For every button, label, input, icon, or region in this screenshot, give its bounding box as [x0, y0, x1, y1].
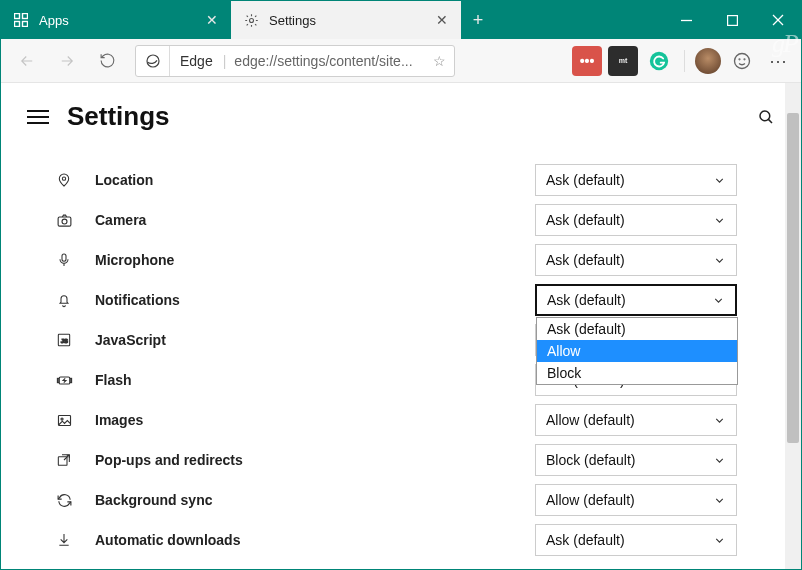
microphone-icon [55, 251, 73, 269]
permission-value: Ask (default) [547, 292, 712, 308]
dropdown-option[interactable]: Block [537, 362, 737, 384]
permission-label: Images [95, 412, 143, 428]
svg-point-26 [60, 418, 62, 420]
permission-select[interactable]: Block (default) [535, 444, 737, 476]
svg-text:JS: JS [61, 338, 68, 344]
chevron-down-icon [713, 534, 726, 547]
permission-label: Microphone [95, 252, 174, 268]
chevron-down-icon [713, 254, 726, 267]
sync-icon [55, 491, 73, 509]
favorite-icon[interactable]: ☆ [424, 53, 454, 69]
extension-mailtrack-icon[interactable]: mt [608, 46, 638, 76]
content-area: Settings LocationAsk (default)CameraAsk … [1, 83, 801, 569]
minimize-button[interactable] [663, 1, 709, 39]
permission-value: Ask (default) [546, 172, 713, 188]
dropdown-option[interactable]: Allow [537, 340, 737, 362]
permission-value: Allow (default) [546, 492, 713, 508]
download-icon [55, 531, 73, 549]
browser-window: gP Apps ✕ Settings ✕ + [0, 0, 802, 570]
permission-label: Pop-ups and redirects [95, 452, 243, 468]
svg-rect-17 [58, 216, 71, 225]
svg-rect-1 [23, 14, 28, 19]
permission-row: CameraAsk (default) [55, 200, 737, 240]
gear-icon [243, 12, 259, 28]
permission-row: ImagesAllow (default) [55, 400, 737, 440]
apps-icon [13, 12, 29, 28]
permission-select[interactable]: Allow (default) [535, 484, 737, 516]
permission-row: NotificationsAsk (default)Ask (default)A… [55, 280, 737, 320]
permission-value: Ask (default) [546, 252, 713, 268]
images-icon [55, 411, 73, 429]
scrollbar-rail[interactable] [785, 83, 801, 569]
settings-page: Settings LocationAsk (default)CameraAsk … [1, 83, 801, 569]
permission-row: Pop-ups and redirectsBlock (default) [55, 440, 737, 480]
svg-rect-3 [23, 22, 28, 27]
separator [684, 50, 685, 72]
dropdown-option[interactable]: Ask (default) [537, 318, 737, 340]
permission-select[interactable]: Ask (default) [535, 244, 737, 276]
svg-point-14 [760, 111, 770, 121]
extensions-group: ••• mt ⋯ [572, 46, 793, 76]
address-bar[interactable]: Edge | edge://settings/content/site... ☆ [135, 45, 455, 77]
search-icon[interactable] [757, 108, 775, 126]
permission-select[interactable]: Ask (default) [535, 204, 737, 236]
maximize-button[interactable] [709, 1, 755, 39]
permission-value: Ask (default) [546, 212, 713, 228]
close-window-button[interactable] [755, 1, 801, 39]
back-button[interactable] [9, 43, 45, 79]
location-icon [55, 171, 73, 189]
forward-button[interactable] [49, 43, 85, 79]
permission-select[interactable]: Ask (default)Ask (default)AllowBlock [535, 284, 737, 316]
svg-point-18 [62, 219, 67, 224]
chevron-down-icon [713, 214, 726, 227]
close-icon[interactable]: ✕ [433, 12, 451, 28]
hamburger-icon[interactable] [27, 106, 49, 128]
chevron-down-icon [713, 454, 726, 467]
permission-select[interactable]: Allow (default) [535, 404, 737, 436]
permission-value: Ask (default) [546, 532, 713, 548]
permission-select[interactable]: Ask (default) [535, 524, 737, 556]
page-title: Settings [67, 101, 170, 132]
permission-label: Automatic downloads [95, 532, 240, 548]
svg-point-16 [62, 177, 65, 180]
extension-lastpass-icon[interactable]: ••• [572, 46, 602, 76]
javascript-icon: JS [55, 331, 73, 349]
permission-value: Block (default) [546, 452, 713, 468]
flash-icon [55, 371, 73, 389]
camera-icon [55, 211, 73, 229]
permission-label: JavaScript [95, 332, 166, 348]
popup-icon [55, 451, 73, 469]
scrollbar-thumb[interactable] [787, 113, 799, 443]
tab-apps[interactable]: Apps ✕ [1, 1, 231, 39]
svg-point-12 [739, 58, 740, 59]
page-header: Settings [27, 101, 775, 132]
tab-label: Settings [269, 13, 423, 28]
permission-row: MicrophoneAsk (default) [55, 240, 737, 280]
permission-value: Allow (default) [546, 412, 713, 428]
refresh-button[interactable] [89, 43, 125, 79]
bell-icon [55, 291, 73, 309]
titlebar: Apps ✕ Settings ✕ + [1, 1, 801, 39]
chevron-down-icon [712, 294, 725, 307]
profile-avatar[interactable] [695, 48, 721, 74]
chevron-down-icon [713, 494, 726, 507]
permission-select[interactable]: Ask (default) [535, 164, 737, 196]
new-tab-button[interactable]: + [461, 1, 495, 39]
more-menu-icon[interactable]: ⋯ [763, 46, 793, 76]
svg-point-13 [744, 58, 745, 59]
svg-rect-24 [70, 378, 71, 382]
address-url: edge://settings/content/site... [226, 53, 424, 69]
svg-rect-0 [15, 14, 20, 19]
svg-rect-2 [15, 22, 20, 27]
dropdown-menu: Ask (default)AllowBlock [536, 317, 738, 385]
feedback-icon[interactable] [727, 46, 757, 76]
permissions-list: LocationAsk (default)CameraAsk (default)… [27, 158, 747, 560]
close-icon[interactable]: ✕ [203, 12, 221, 28]
permission-label: Camera [95, 212, 146, 228]
toolbar: Edge | edge://settings/content/site... ☆… [1, 39, 801, 83]
extension-grammarly-icon[interactable] [644, 46, 674, 76]
permission-row: Background syncAllow (default) [55, 480, 737, 520]
chevron-down-icon [713, 414, 726, 427]
permission-label: Location [95, 172, 153, 188]
tab-settings[interactable]: Settings ✕ [231, 1, 461, 39]
